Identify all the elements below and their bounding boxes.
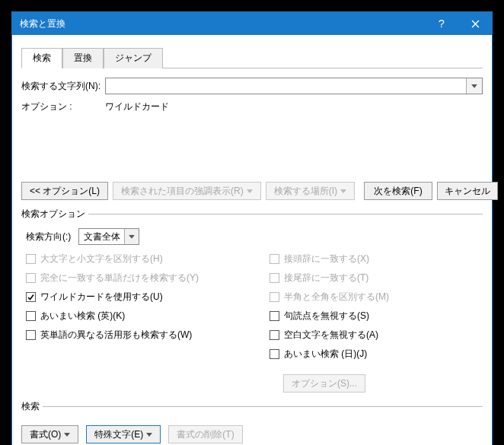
- titlebar: 検索と置換 ?: [12, 12, 492, 35]
- checkbox-match-case: 大文字と小文字を区別する(H): [26, 253, 239, 265]
- chevron-down-icon: [146, 433, 152, 437]
- chevron-down-icon: [247, 189, 253, 193]
- find-group-legend: 検索: [21, 400, 43, 413]
- tab-jump[interactable]: ジャンプ: [104, 48, 163, 68]
- checkbox-ignore-punct[interactable]: 句読点を無視する(S): [270, 310, 483, 323]
- find-replace-dialog: 検索と置換 ? 検索 置換 ジャンプ 検索する文字列(N): オプション : ワ…: [11, 11, 493, 445]
- format-button[interactable]: 書式(O): [21, 425, 78, 443]
- chevron-down-icon: [129, 235, 135, 239]
- chevron-down-icon: [340, 189, 346, 193]
- cancel-button[interactable]: キャンセル: [437, 182, 498, 200]
- chevron-down-icon: [471, 84, 477, 88]
- checkbox-half-full: 半角と全角を区別する(M): [270, 291, 483, 304]
- dialog-title: 検索と置換: [20, 17, 425, 30]
- checkbox-ignore-whitespace[interactable]: 空白文字を無視する(A): [270, 329, 483, 342]
- find-in-button[interactable]: 検索する場所(I): [266, 182, 355, 200]
- checkbox-whole-word: 完全に一致する単語だけを検索する(Y): [26, 272, 239, 284]
- checkbox-wildcards[interactable]: ワイルドカードを使用する(U): [26, 291, 239, 304]
- checkbox-prefix: 接頭辞に一致する(X): [270, 253, 483, 265]
- close-button[interactable]: [458, 12, 492, 35]
- tab-bar: 検索 置換 ジャンプ: [21, 47, 483, 68]
- direction-select[interactable]: 文書全体: [78, 228, 139, 245]
- find-input[interactable]: [105, 78, 483, 94]
- direction-label: 検索方向(:): [26, 230, 71, 243]
- tab-find[interactable]: 検索: [21, 48, 62, 68]
- reading-highlight-button[interactable]: 検索された項目の強調表示(R): [113, 182, 261, 200]
- no-formatting-button: 書式の削除(T): [168, 425, 242, 443]
- find-label: 検索する文字列(N):: [21, 80, 105, 93]
- options-label: オプション :: [21, 100, 105, 113]
- find-next-button[interactable]: 次を検索(F): [364, 182, 432, 200]
- find-group: 検索 書式(O) 特殊文字(E) 書式の削除(T): [21, 400, 483, 445]
- search-options-legend: 検索オプション: [21, 208, 88, 221]
- checkbox-suffix: 接尾辞に一致する(T): [270, 272, 483, 284]
- tab-replace[interactable]: 置換: [62, 48, 104, 68]
- checkbox-sounds-like-jp[interactable]: あいまい検索 (日)(J): [270, 348, 483, 361]
- chevron-down-icon: [64, 433, 70, 437]
- special-button[interactable]: 特殊文字(E): [86, 425, 161, 443]
- search-options-group: 検索オプション 検索方向(:) 文書全体 大文字と小文字を区別する(H) 完: [21, 208, 483, 393]
- checkbox-word-forms[interactable]: 英単語の異なる活用形も検索する(W): [26, 329, 239, 342]
- fuzzy-options-button: オプション(S)...: [283, 374, 365, 393]
- options-value: ワイルドカード: [105, 100, 169, 113]
- less-options-button[interactable]: << オプション(L): [21, 182, 108, 200]
- help-button[interactable]: ?: [425, 12, 458, 35]
- checkbox-sounds-like-en[interactable]: あいまい検索 (英)(K): [26, 310, 239, 323]
